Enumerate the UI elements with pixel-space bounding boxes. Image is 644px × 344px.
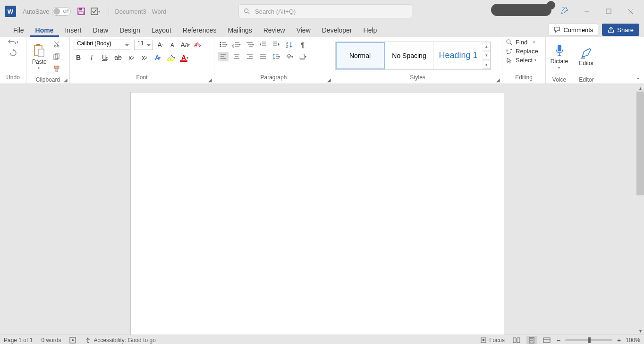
close-button[interactable] <box>619 4 641 19</box>
sort-button[interactable]: AZ <box>284 40 295 49</box>
style-scroll-up[interactable]: ▴ <box>483 42 491 51</box>
show-hide-button[interactable]: ¶ <box>297 40 308 49</box>
copy-button[interactable] <box>51 51 62 62</box>
paragraph-launcher-icon[interactable]: ◢ <box>327 77 331 83</box>
clipboard-launcher-icon[interactable]: ◢ <box>64 77 68 83</box>
share-button[interactable]: Share <box>602 24 639 36</box>
document-page[interactable] <box>130 92 504 335</box>
scroll-up-arrow[interactable]: ▴ <box>636 84 644 92</box>
find-button[interactable]: Find▾ <box>506 39 535 46</box>
format-painter-button[interactable] <box>51 64 62 74</box>
font-launcher-icon[interactable]: ◢ <box>208 77 212 83</box>
maximize-button[interactable] <box>598 4 619 19</box>
tab-help[interactable]: Help <box>358 25 383 37</box>
tab-home[interactable]: Home <box>30 25 59 37</box>
style-no-spacing[interactable]: No Spacing <box>385 42 434 69</box>
tab-insert[interactable]: Insert <box>59 25 87 37</box>
align-center-button[interactable] <box>231 52 242 61</box>
collapse-ribbon-button[interactable]: ⌄ <box>636 74 640 81</box>
highlight-button[interactable]: ▾ <box>166 53 176 62</box>
tab-references[interactable]: References <box>177 25 222 37</box>
window-controls <box>576 0 641 23</box>
word-count[interactable]: 0 words <box>41 337 61 344</box>
line-spacing-button[interactable]: ▾ <box>271 52 281 61</box>
web-layout-button[interactable] <box>542 336 552 344</box>
decrease-indent-button[interactable] <box>258 40 268 49</box>
dictate-button[interactable]: Dictate ▾ <box>548 39 571 75</box>
text-effects-button[interactable]: A▾ <box>153 53 162 62</box>
numbering-button[interactable]: 123▾ <box>231 40 242 49</box>
bullets-button[interactable]: ▾ <box>218 40 229 49</box>
shading-button[interactable]: ▾ <box>284 52 295 61</box>
tab-draw[interactable]: Draw <box>87 25 114 37</box>
justify-button[interactable] <box>258 52 268 61</box>
grow-font-button[interactable]: A^ <box>156 40 165 50</box>
redacted-username <box>491 4 551 16</box>
editor-button[interactable]: Editor <box>576 39 596 75</box>
style-scroll-down[interactable]: ▾ <box>483 51 491 60</box>
clear-formatting-button[interactable]: A <box>193 40 202 50</box>
vertical-scrollbar[interactable]: ▴ ▾ <box>636 84 644 335</box>
zoom-slider[interactable] <box>565 339 612 341</box>
tab-file[interactable]: File <box>8 25 30 37</box>
style-heading-1[interactable]: Heading 1 <box>434 42 483 69</box>
align-right-button[interactable] <box>245 52 255 61</box>
tab-developer[interactable]: Developer <box>316 25 358 37</box>
font-size-combobox[interactable]: 11 <box>134 40 153 50</box>
styles-launcher-icon[interactable]: ◢ <box>496 77 500 83</box>
zoom-out-button[interactable]: − <box>557 336 560 344</box>
page-indicator[interactable]: Page 1 of 1 <box>4 337 33 344</box>
tab-view[interactable]: View <box>291 25 316 37</box>
status-bar: Page 1 of 1 0 words Accessibility: Good … <box>0 335 644 344</box>
undo-button[interactable]: ▾ <box>8 39 18 45</box>
scroll-thumb[interactable] <box>636 92 644 195</box>
svg-rect-20 <box>56 68 58 72</box>
save-icon[interactable] <box>77 8 85 15</box>
bold-button[interactable]: B <box>74 53 83 62</box>
coming-soon-icon[interactable] <box>560 7 568 15</box>
style-expand[interactable]: ▾ <box>483 60 491 69</box>
print-layout-button[interactable] <box>526 336 537 344</box>
autosave-toggle[interactable]: AutoSave Off <box>23 7 71 16</box>
shrink-font-button[interactable]: Aˇ <box>168 40 178 50</box>
tab-review[interactable]: Review <box>258 25 291 37</box>
search-input[interactable]: Search (Alt+Q) <box>238 4 412 18</box>
font-name-combobox[interactable]: Calibri (Body) <box>74 40 131 50</box>
zoom-level[interactable]: 100% <box>626 337 640 344</box>
underline-button[interactable]: U▾ <box>100 53 110 62</box>
read-mode-button[interactable] <box>511 336 522 344</box>
replace-button[interactable]: acReplace <box>506 48 538 55</box>
focus-button[interactable]: Focus <box>480 337 505 344</box>
group-label-clipboard: Clipboard <box>36 76 60 83</box>
repeat-button[interactable] <box>9 49 17 57</box>
increase-indent-button[interactable] <box>271 40 281 49</box>
select-button[interactable]: Select▾ <box>506 57 536 64</box>
change-case-button[interactable]: Aa▾ <box>180 40 190 50</box>
scroll-down-arrow[interactable]: ▾ <box>636 327 644 335</box>
zoom-in-button[interactable]: + <box>617 336 621 344</box>
svg-rect-3 <box>91 8 98 15</box>
autosave-switch[interactable]: Off <box>52 7 71 16</box>
italic-button[interactable]: I <box>87 53 96 62</box>
tab-design[interactable]: Design <box>114 25 146 37</box>
minimize-button[interactable] <box>576 4 598 19</box>
strikethrough-button[interactable]: ab <box>113 53 123 62</box>
macros-icon[interactable] <box>69 337 76 344</box>
subscript-button[interactable]: x2 <box>127 53 136 62</box>
accessibility-status[interactable]: Accessibility: Good to go <box>85 337 155 344</box>
superscript-button[interactable]: x2 <box>140 53 149 62</box>
paste-button[interactable]: Paste ▾ <box>29 39 50 75</box>
check-icon[interactable]: ▾ <box>91 8 100 15</box>
cut-button[interactable] <box>51 39 62 50</box>
comments-button[interactable]: Comments <box>549 24 598 36</box>
tab-layout[interactable]: Layout <box>146 25 177 37</box>
svg-text:c: c <box>509 51 511 55</box>
borders-button[interactable]: ▾ <box>297 52 308 61</box>
font-color-button[interactable]: A▾ <box>179 53 189 62</box>
multilevel-list-button[interactable]: ▾ <box>245 40 255 49</box>
style-gallery: Normal No Spacing Heading 1 ▴ ▾ ▾ <box>335 42 491 70</box>
svg-point-24 <box>220 44 221 45</box>
tab-mailings[interactable]: Mailings <box>222 25 257 37</box>
align-left-button[interactable] <box>218 52 229 61</box>
style-normal[interactable]: Normal <box>336 42 385 69</box>
